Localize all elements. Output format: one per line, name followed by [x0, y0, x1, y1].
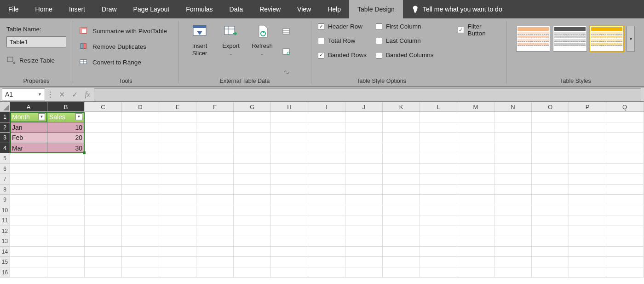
cell-M14[interactable] — [457, 247, 494, 257]
cell-L15[interactable] — [420, 257, 457, 267]
cell-C12[interactable] — [85, 226, 122, 237]
properties-icon[interactable] — [282, 27, 292, 37]
cell-A1[interactable]: Month▼ — [10, 112, 47, 122]
cell-H5[interactable] — [271, 153, 308, 164]
cell-E5[interactable] — [159, 153, 196, 164]
cell-D10[interactable] — [122, 205, 159, 216]
tab-table-design[interactable]: Table Design — [349, 0, 403, 18]
cell-G8[interactable] — [234, 185, 271, 195]
formula-input[interactable] — [94, 88, 641, 100]
cell-E1[interactable] — [159, 112, 196, 122]
cell-P10[interactable] — [569, 205, 606, 216]
cell-C16[interactable] — [85, 267, 122, 278]
cell-G13[interactable] — [234, 236, 271, 247]
cell-B1[interactable]: Sales▼ — [47, 112, 85, 122]
cell-D16[interactable] — [122, 267, 159, 278]
cell-L6[interactable] — [420, 164, 457, 174]
cell-A10[interactable] — [10, 205, 47, 216]
cell-L4[interactable] — [420, 143, 457, 154]
table-styles-more[interactable]: ▾ — [627, 26, 635, 52]
cell-L5[interactable] — [420, 153, 457, 164]
cell-Q3[interactable] — [606, 133, 644, 143]
row-header-9[interactable]: 9 — [0, 195, 10, 205]
cell-H8[interactable] — [271, 185, 308, 195]
cell-K14[interactable] — [383, 247, 420, 257]
cell-P16[interactable] — [569, 267, 606, 278]
cell-P5[interactable] — [569, 153, 606, 164]
cell-L2[interactable] — [420, 122, 457, 133]
cell-G11[interactable] — [234, 215, 271, 226]
filter-button-checkbox[interactable]: Filter Button — [458, 23, 500, 37]
cell-E16[interactable] — [159, 267, 196, 278]
column-header-K[interactable]: K — [383, 102, 420, 111]
insert-slicer-button[interactable]: Insert Slicer — [185, 23, 214, 86]
cell-N1[interactable] — [494, 112, 532, 122]
cell-K8[interactable] — [383, 185, 420, 195]
cell-L12[interactable] — [420, 226, 457, 237]
cell-Q12[interactable] — [606, 226, 644, 237]
cell-O11[interactable] — [532, 215, 569, 226]
cell-F5[interactable] — [196, 153, 234, 164]
cell-B2[interactable]: 10 — [47, 122, 85, 133]
cell-E10[interactable] — [159, 205, 196, 216]
cell-I4[interactable] — [308, 143, 345, 154]
cell-H12[interactable] — [271, 226, 308, 237]
cell-J12[interactable] — [345, 226, 383, 237]
row-header-12[interactable]: 12 — [0, 226, 10, 237]
cell-M3[interactable] — [457, 133, 494, 143]
cell-J14[interactable] — [345, 247, 383, 257]
cell-E9[interactable] — [159, 195, 196, 205]
cell-N11[interactable] — [494, 215, 532, 226]
cell-P4[interactable] — [569, 143, 606, 154]
column-header-C[interactable]: C — [85, 102, 122, 111]
cell-D7[interactable] — [122, 174, 159, 185]
cell-J6[interactable] — [345, 164, 383, 174]
cell-L13[interactable] — [420, 236, 457, 247]
cell-E15[interactable] — [159, 257, 196, 267]
cell-E3[interactable] — [159, 133, 196, 143]
cell-H1[interactable] — [271, 112, 308, 122]
cell-G6[interactable] — [234, 164, 271, 174]
row-header-11[interactable]: 11 — [0, 215, 10, 226]
cell-A6[interactable] — [10, 164, 47, 174]
cell-J10[interactable] — [345, 205, 383, 216]
cell-L14[interactable] — [420, 247, 457, 257]
cell-F14[interactable] — [196, 247, 234, 257]
cell-N12[interactable] — [494, 226, 532, 237]
cell-G14[interactable] — [234, 247, 271, 257]
cell-A12[interactable] — [10, 226, 47, 237]
cell-E14[interactable] — [159, 247, 196, 257]
cell-G4[interactable] — [234, 143, 271, 154]
cell-O10[interactable] — [532, 205, 569, 216]
cell-G15[interactable] — [234, 257, 271, 267]
cell-Q8[interactable] — [606, 185, 644, 195]
cell-O14[interactable] — [532, 247, 569, 257]
cell-N9[interactable] — [494, 195, 532, 205]
cell-M12[interactable] — [457, 226, 494, 237]
column-header-O[interactable]: O — [532, 102, 569, 111]
table-style-1[interactable] — [516, 26, 550, 52]
cell-G12[interactable] — [234, 226, 271, 237]
cell-C4[interactable] — [85, 143, 122, 154]
column-header-F[interactable]: F — [196, 102, 234, 111]
cell-O7[interactable] — [532, 174, 569, 185]
cell-H2[interactable] — [271, 122, 308, 133]
select-all-corner[interactable] — [0, 102, 10, 111]
cell-B9[interactable] — [47, 195, 85, 205]
cell-D8[interactable] — [122, 185, 159, 195]
cell-P12[interactable] — [569, 226, 606, 237]
tab-help[interactable]: Help — [319, 0, 349, 18]
filter-dropdown-icon[interactable]: ▼ — [38, 113, 45, 120]
cell-I1[interactable] — [308, 112, 345, 122]
cell-M4[interactable] — [457, 143, 494, 154]
cell-K9[interactable] — [383, 195, 420, 205]
cell-D6[interactable] — [122, 164, 159, 174]
cell-K16[interactable] — [383, 267, 420, 278]
cell-I12[interactable] — [308, 226, 345, 237]
cell-G10[interactable] — [234, 205, 271, 216]
cell-B6[interactable] — [47, 164, 85, 174]
cell-H7[interactable] — [271, 174, 308, 185]
cell-L10[interactable] — [420, 205, 457, 216]
cell-G2[interactable] — [234, 122, 271, 133]
cell-F4[interactable] — [196, 143, 234, 154]
